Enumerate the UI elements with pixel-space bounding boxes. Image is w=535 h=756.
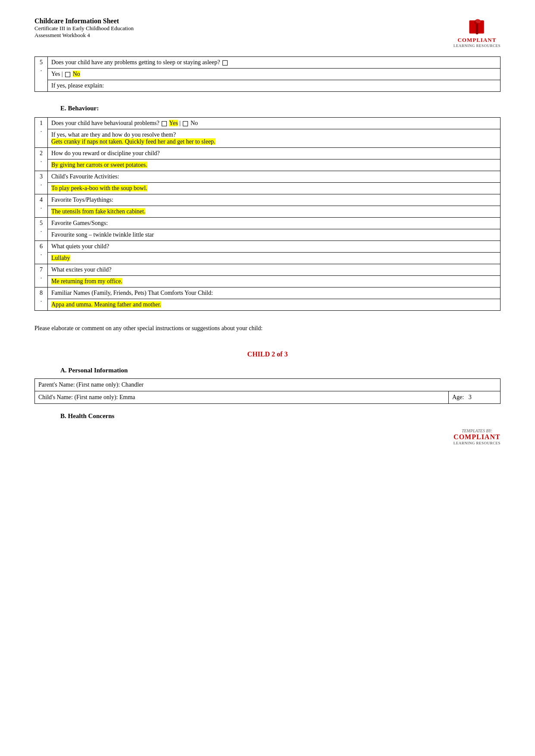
page-title: Childcare Information Sheet <box>34 17 134 25</box>
child2-heading: CHILD 2 of 3 <box>34 350 501 358</box>
behaviour-table: 1. Does your child have behavioural prob… <box>34 117 501 311</box>
child-age-cell: Age: 3 <box>449 391 501 404</box>
behaviour-q8-text: Familiar Names (Family, Friends, Pets) T… <box>51 290 213 296</box>
behaviour-q1-checkbox-yes[interactable] <box>162 121 167 126</box>
behaviour-num-6: 6. <box>35 241 48 264</box>
footer-templates-by-label: TEMPLATES BY: <box>454 428 501 433</box>
behaviour-num-7: 7. <box>35 264 48 287</box>
personal-info-table: Parent's Name: (First name only): Chandl… <box>34 378 501 404</box>
behaviour-q8-cell: Familiar Names (Family, Friends, Pets) T… <box>48 287 501 299</box>
behaviour-q6-answer-cell: Lullaby <box>48 253 501 264</box>
behaviour-q1-yes-label: Yes <box>169 120 178 126</box>
behaviour-row-2-answer: By giving her carrots or sweet potatoes. <box>35 159 501 171</box>
subtitle2: Assessment Workbook 4 <box>34 32 134 39</box>
behaviour-row-5-answer: Favourite song – twinkle twinkle little … <box>35 229 501 241</box>
sleep-row-explain: If yes, please explain: <box>35 80 501 92</box>
sleep-yes-checkbox[interactable] <box>65 72 70 77</box>
behaviour-q7-text: What excites your child? <box>51 266 112 273</box>
behaviour-row-7-question: 7. What excites your child? <box>35 264 501 276</box>
behaviour-row-4-question: 4. Favorite Toys/Playthings: <box>35 194 501 206</box>
behaviour-q5-answer-text: Favourite song – twinkle twinkle little … <box>51 231 154 238</box>
behaviour-q1-text: Does your child have behavioural problem… <box>51 120 160 126</box>
behaviour-row-4-answer: The utensils from fake kitchen cabinet. <box>35 206 501 218</box>
sleep-yes-no-cell: Yes | No <box>48 69 501 80</box>
logo-compliant-text: COMPLIANT <box>457 37 496 44</box>
header-left: Childcare Information Sheet Certificate … <box>34 17 134 39</box>
behaviour-num-2: 2. <box>35 148 48 171</box>
subtitle1: Certificate III in Early Childhood Educa… <box>34 25 134 32</box>
behaviour-num-5: 5. <box>35 218 48 241</box>
behaviour-row-6-answer: Lullaby <box>35 253 501 264</box>
behaviour-row-5-question: 5. Favorite Games/Songs: <box>35 218 501 229</box>
behaviour-q4-cell: Favorite Toys/Playthings: <box>48 194 501 206</box>
behaviour-q5-answer-cell: Favourite song – twinkle twinkle little … <box>48 229 501 241</box>
behaviour-q7-answer-cell: Me returning from my office. <box>48 276 501 287</box>
parent-name-row: Parent's Name: (First name only): Chandl… <box>35 379 501 391</box>
behaviour-q8-answer-cell: Appa and umma. Meaning father and mother… <box>48 299 501 311</box>
behaviour-q7-cell: What excites your child? <box>48 264 501 276</box>
behaviour-q6-text: What quiets your child? <box>51 243 109 250</box>
behaviour-row-3-answer: To play peek-a-boo with the soup bowl. <box>35 183 501 194</box>
behaviour-q2-cell: How do you reward or discipline your chi… <box>48 148 501 159</box>
footer-logo-area: TEMPLATES BY: COMPLIANT LEARNING RESOURC… <box>34 428 501 445</box>
sleep-if-yes-cell: If yes, please explain: <box>48 80 501 92</box>
behaviour-row-1-answer: If yes, what are they and how do you res… <box>35 129 501 148</box>
age-label: Age: <box>452 394 464 400</box>
behaviour-q1-answer-cell: If yes, what are they and how do you res… <box>48 129 501 148</box>
parent-name-cell: Parent's Name: (First name only): Chandl… <box>35 379 501 391</box>
child-name-cell: Child's Name: (First name only): Emma <box>35 391 449 404</box>
behaviour-q4-answer-cell: The utensils from fake kitchen cabinet. <box>48 206 501 218</box>
behaviour-q6-answer-text: Lullaby <box>51 255 70 261</box>
behaviour-q5-cell: Favorite Games/Songs: <box>48 218 501 229</box>
behaviour-q1-answer-text: Gets cranky if naps not taken. Quickly f… <box>51 138 216 145</box>
logo-icon <box>467 17 487 37</box>
child-name-row: Child's Name: (First name only): Emma Ag… <box>35 391 501 404</box>
behaviour-q2-answer-text: By giving her carrots or sweet potatoes. <box>51 162 147 168</box>
behaviour-q1-sub-question: If yes, what are they and how do you res… <box>51 131 176 138</box>
behaviour-row-3-question: 3. Child's Favourite Activities: <box>35 171 501 183</box>
behaviour-q3-text: Child's Favourite Activities: <box>51 173 119 180</box>
behaviour-row-7-answer: Me returning from my office. <box>35 276 501 287</box>
behaviour-num-8: 8. <box>35 287 48 311</box>
personal-info-heading: A. Personal Information <box>60 367 501 374</box>
behaviour-num-4: 4. <box>35 194 48 218</box>
behaviour-q6-cell: What quiets your child? <box>48 241 501 253</box>
behaviour-q1-checkbox-no[interactable] <box>183 121 188 126</box>
footer-logo-inner: TEMPLATES BY: COMPLIANT LEARNING RESOURC… <box>454 428 501 445</box>
footer-learning-text: LEARNING RESOURCES <box>454 441 501 445</box>
footer-compliant-text: COMPLIANT <box>454 433 501 441</box>
behaviour-q7-answer-text: Me returning from my office. <box>51 278 122 284</box>
behaviour-row-8-question: 8. Familiar Names (Family, Friends, Pets… <box>35 287 501 299</box>
header-logo: COMPLIANT LEARNING RESOURCES <box>454 17 501 48</box>
elaborate-text: Please elaborate or comment on any other… <box>34 324 501 333</box>
sleep-section-table: 5 . Does your child have any problems ge… <box>34 56 501 92</box>
health-concerns-heading: B. Health Concerns <box>60 412 501 420</box>
behaviour-q1-no-label: No <box>191 120 198 126</box>
sleep-row-question: 5 . Does your child have any problems ge… <box>35 57 501 69</box>
behaviour-row-8-answer: Appa and umma. Meaning father and mother… <box>35 299 501 311</box>
sleep-question-text: Does your child have any problems gettin… <box>51 59 220 66</box>
sleep-question-cell: Does your child have any problems gettin… <box>48 57 501 69</box>
behaviour-q1-cell: Does your child have behavioural problem… <box>48 118 501 129</box>
behaviour-q2-answer-cell: By giving her carrots or sweet potatoes. <box>48 159 501 171</box>
behaviour-q3-answer-text: To play peek-a-boo with the soup bowl. <box>51 185 147 191</box>
behaviour-q2-text: How do you reward or discipline your chi… <box>51 150 160 156</box>
sleep-row-yes-no: Yes | No <box>35 69 501 80</box>
sleep-yes-label: Yes | <box>51 71 63 77</box>
behaviour-num-3: 3. <box>35 171 48 194</box>
sleep-checkbox[interactable] <box>222 60 228 66</box>
behaviour-row-1-question: 1. Does your child have behavioural prob… <box>35 118 501 129</box>
sleep-if-yes-text: If yes, please explain: <box>51 82 104 89</box>
sleep-row-number: 5 . <box>35 57 48 92</box>
behaviour-q5-text: Favorite Games/Songs: <box>51 220 108 226</box>
behaviour-q3-answer-cell: To play peek-a-boo with the soup bowl. <box>48 183 501 194</box>
behaviour-num-1: 1. <box>35 118 48 148</box>
logo-learning-text: LEARNING RESOURCES <box>454 44 501 48</box>
behaviour-row-6-question: 6. What quiets your child? <box>35 241 501 253</box>
page-header: Childcare Information Sheet Certificate … <box>34 17 501 48</box>
behaviour-q3-cell: Child's Favourite Activities: <box>48 171 501 183</box>
behaviour-q4-answer-text: The utensils from fake kitchen cabinet. <box>51 208 145 215</box>
behaviour-row-2-question: 2. How do you reward or discipline your … <box>35 148 501 159</box>
sleep-no-label: No <box>73 71 80 77</box>
age-value: 3 <box>469 394 472 400</box>
